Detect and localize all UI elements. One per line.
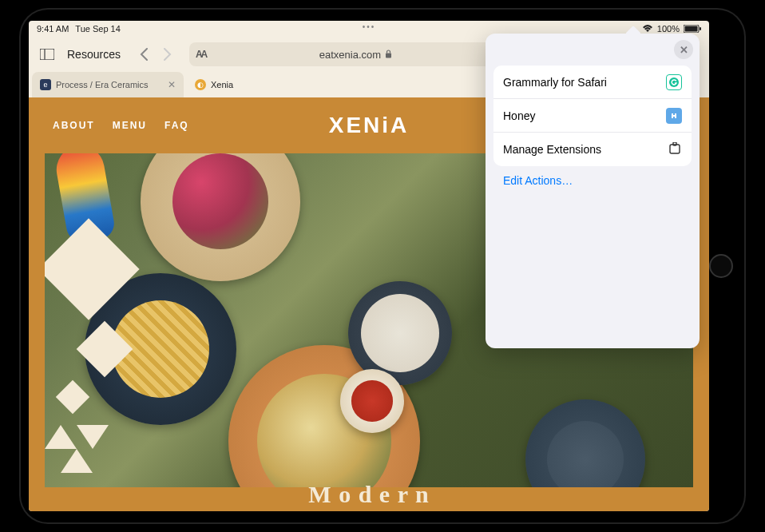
nav-faq[interactable]: FAQ [164, 120, 189, 131]
puzzle-icon [668, 142, 682, 157]
svg-rect-2 [700, 27, 701, 30]
address-bar[interactable]: AA eatxenia.com [189, 42, 522, 66]
sidebar-toggle-icon[interactable] [35, 42, 59, 66]
extension-grammarly[interactable]: Grammarly for Safari [493, 66, 692, 99]
url-text: eatxenia.com [319, 49, 381, 61]
extension-label: Honey [503, 109, 535, 122]
svg-rect-1 [685, 26, 698, 32]
manage-extensions[interactable]: Manage Extensions [493, 133, 692, 166]
hero-tagline: M o d e r n [308, 481, 429, 508]
svg-rect-5 [386, 53, 391, 58]
edit-actions-link[interactable]: Edit Actions… [493, 174, 692, 187]
extension-label: Grammarly for Safari [503, 76, 607, 89]
extension-honey[interactable]: Honey [493, 99, 692, 133]
food-plate [525, 399, 645, 487]
nav-menu[interactable]: MENU [113, 120, 147, 131]
food-plate [85, 273, 236, 425]
honey-icon [666, 108, 682, 124]
lock-icon [385, 50, 392, 60]
nav-about[interactable]: ABOUT [53, 120, 95, 131]
food-plate [340, 369, 404, 433]
text-size-button[interactable]: AA [196, 49, 206, 60]
svg-point-14 [669, 77, 679, 87]
close-tab-icon[interactable]: ✕ [168, 79, 176, 90]
tab-label: Xenia [211, 80, 233, 89]
svg-rect-16 [673, 142, 676, 145]
home-button[interactable] [709, 254, 733, 278]
grammarly-icon [666, 74, 682, 90]
favicon-icon: ◐ [195, 79, 206, 90]
close-popover-button[interactable]: ✕ [674, 40, 693, 59]
extensions-list: Grammarly for Safari Honey Manage Extens… [493, 66, 692, 166]
back-button[interactable] [132, 42, 156, 66]
site-logo[interactable]: XENiA [329, 113, 410, 138]
status-time: 9:41 AM [37, 24, 69, 34]
wifi-icon [642, 25, 653, 33]
sidebar-label[interactable]: Resources [64, 48, 124, 61]
battery-icon [684, 25, 701, 33]
svg-rect-3 [40, 49, 54, 60]
forward-button [156, 42, 180, 66]
extensions-popover: ✕ Grammarly for Safari Honey Manage Exte… [486, 34, 700, 348]
manage-extensions-label: Manage Extensions [503, 143, 601, 156]
tab-era-ceramics[interactable]: e Process / Era Ceramics ✕ [32, 72, 184, 97]
tab-label: Process / Era Ceramics [56, 80, 149, 89]
multitask-indicator[interactable]: ••• [363, 22, 376, 31]
status-date: Tue Sep 14 [75, 24, 120, 34]
favicon-icon: e [40, 79, 51, 90]
battery-percent: 100% [657, 24, 680, 34]
decorative-parrot [53, 153, 117, 244]
tab-xenia[interactable]: ◐ Xenia [187, 72, 339, 97]
food-plate [141, 153, 300, 281]
